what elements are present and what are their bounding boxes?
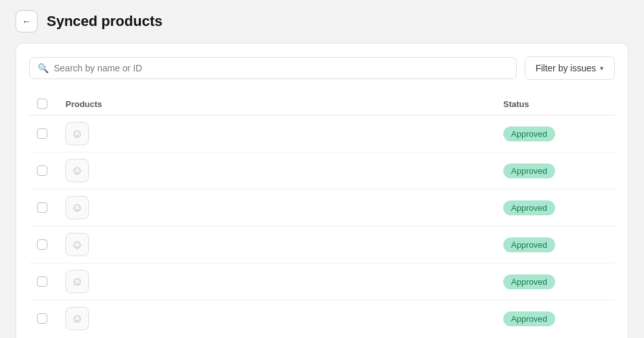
- header-status-col: Status: [503, 98, 607, 110]
- row-product-col-4: ☺: [66, 270, 493, 293]
- row-checkbox-2[interactable]: [37, 202, 47, 213]
- status-badge-0: Approved: [503, 127, 555, 141]
- chevron-down-icon: ▾: [600, 64, 604, 73]
- row-checkbox-5[interactable]: [37, 313, 47, 324]
- table-row: ☺ Approved: [29, 226, 615, 263]
- row-check-col-5: [37, 313, 55, 324]
- product-placeholder-icon-2: ☺: [71, 201, 83, 215]
- product-icon-4: ☺: [66, 270, 89, 293]
- row-status-col-3: Approved: [503, 237, 607, 252]
- row-checkbox-1[interactable]: [37, 165, 47, 176]
- search-icon: 🔍: [38, 63, 49, 73]
- back-button[interactable]: ←: [16, 10, 38, 32]
- row-product-col-0: ☺: [66, 122, 493, 145]
- main-card: 🔍 Filter by issues ▾ Products Status: [16, 43, 628, 338]
- row-check-col-1: [37, 165, 55, 176]
- status-column-header: Status: [503, 99, 529, 109]
- product-placeholder-icon-5: ☺: [71, 312, 83, 326]
- row-checkbox-4[interactable]: [37, 276, 47, 287]
- row-checkbox-0[interactable]: [37, 128, 47, 139]
- row-product-col-5: ☺: [66, 307, 493, 330]
- product-table: Products Status ☺ Approved: [29, 93, 615, 337]
- row-status-col-2: Approved: [503, 200, 607, 215]
- header-product-col: Products: [66, 98, 493, 110]
- row-product-col-1: ☺: [66, 159, 493, 182]
- search-wrapper: 🔍: [29, 57, 517, 79]
- product-icon-3: ☺: [66, 233, 89, 256]
- row-status-col-4: Approved: [503, 274, 607, 289]
- row-status-col-5: Approved: [503, 311, 607, 326]
- status-badge-1: Approved: [503, 163, 555, 178]
- back-icon: ←: [22, 16, 31, 27]
- search-input[interactable]: [54, 63, 508, 73]
- table-body: ☺ Approved ☺ Approved: [29, 115, 615, 337]
- row-check-col-2: [37, 202, 55, 213]
- status-badge-3: Approved: [503, 237, 555, 252]
- product-placeholder-icon-0: ☺: [71, 127, 83, 141]
- status-badge-4: Approved: [503, 274, 555, 289]
- table-row: ☺ Approved: [29, 115, 615, 152]
- product-placeholder-icon-1: ☺: [71, 164, 83, 178]
- row-check-col-0: [37, 128, 55, 139]
- filter-button[interactable]: Filter by issues ▾: [525, 56, 615, 80]
- product-placeholder-icon-4: ☺: [71, 275, 83, 289]
- table-row: ☺ Approved: [29, 300, 615, 337]
- table-header: Products Status: [29, 93, 615, 115]
- table-row: ☺ Approved: [29, 189, 615, 226]
- header-check-col: [37, 99, 55, 109]
- table-row: ☺ Approved: [29, 152, 615, 189]
- row-check-col-3: [37, 239, 55, 250]
- page-title: Synced products: [47, 13, 162, 30]
- product-placeholder-icon-3: ☺: [71, 238, 83, 252]
- status-badge-5: Approved: [503, 311, 555, 326]
- product-icon-1: ☺: [66, 159, 89, 182]
- products-column-header: Products: [66, 99, 102, 109]
- row-status-col-1: Approved: [503, 163, 607, 178]
- toolbar: 🔍 Filter by issues ▾: [29, 56, 615, 80]
- product-icon-2: ☺: [66, 196, 89, 219]
- row-checkbox-3[interactable]: [37, 239, 47, 250]
- table-row: ☺ Approved: [29, 263, 615, 300]
- row-product-col-3: ☺: [66, 233, 493, 256]
- row-product-col-2: ☺: [66, 196, 493, 219]
- select-all-checkbox[interactable]: [37, 99, 47, 109]
- product-icon-5: ☺: [66, 307, 89, 330]
- row-status-col-0: Approved: [503, 127, 607, 141]
- status-badge-2: Approved: [503, 200, 555, 215]
- page-header: ← Synced products: [0, 0, 644, 43]
- row-check-col-4: [37, 276, 55, 287]
- product-icon-0: ☺: [66, 122, 89, 145]
- filter-label: Filter by issues: [536, 63, 596, 73]
